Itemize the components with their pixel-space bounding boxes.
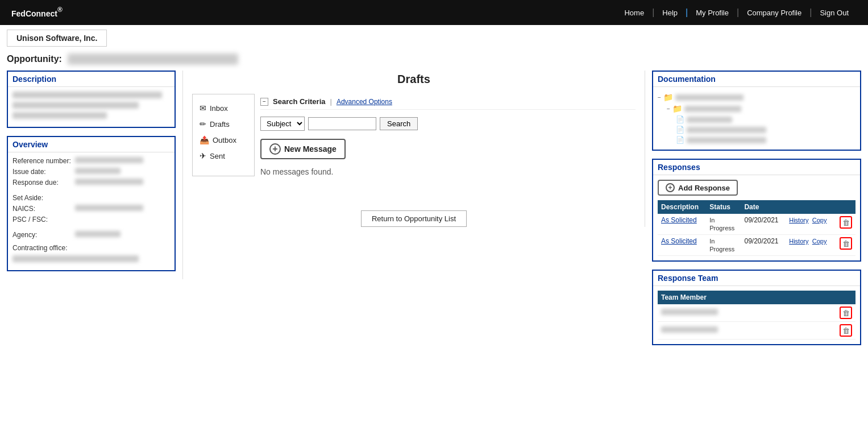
nav-help[interactable]: Help [654, 9, 686, 17]
doc-icon-1: 📄 [676, 126, 684, 134]
folder-root-icon: 📁 [663, 93, 673, 102]
spacer-1 [13, 189, 170, 194]
nav-sent[interactable]: ✈ Sent [197, 148, 250, 164]
field-reference: Reference number: [13, 157, 170, 165]
doc-icon-0: 📄 [676, 115, 684, 123]
response-copy-link-0[interactable]: Copy [812, 217, 827, 224]
opportunity-label: Opportunity: [7, 54, 62, 64]
response-actions-1: History Copy [786, 235, 836, 256]
nav-home[interactable]: Home [616, 9, 652, 17]
response-status-1: InProgress [706, 235, 741, 256]
new-message-button[interactable]: + New Message [260, 139, 346, 159]
documentation-section: Documentation − 📁 − 📁 [652, 71, 861, 151]
collapse-icon[interactable]: − [260, 98, 268, 106]
folder-sub-icon: 📁 [672, 104, 682, 113]
response-history-link-0[interactable]: History [789, 217, 808, 224]
doc-icon-2: 📄 [676, 136, 684, 144]
label-agency: Agency: [13, 231, 75, 239]
response-row-0: As Solicited InProgress 09/20/2021 Histo… [658, 214, 855, 235]
doc-file-2-name [687, 137, 766, 143]
company-name: Unison Software, Inc. [16, 34, 97, 43]
drafts-icon: ✏ [200, 119, 206, 129]
message-sidebar: ✉ Inbox ✏ Drafts 📤 Outbox ✈ Sent [192, 94, 255, 176]
overview-section: Overview Reference number: Issue date: R… [7, 136, 176, 271]
response-row-1: As Solicited InProgress 09/20/2021 Histo… [658, 235, 855, 256]
field-psc: PSC / FSC: [13, 216, 170, 224]
desc-blurred-3 [13, 112, 107, 119]
val-response-due [75, 179, 170, 187]
nav-inbox[interactable]: ✉ Inbox [197, 100, 250, 116]
return-btn-row: Return to Opportunity List [192, 210, 636, 227]
add-response-plus-icon: + [666, 183, 675, 192]
drafts-title: Drafts [192, 71, 636, 86]
response-delete-cell-1: 🗑 [836, 235, 855, 256]
col-description: Description [658, 200, 706, 214]
response-team-title: Response Team [653, 271, 860, 286]
response-link-0[interactable]: As Solicited [661, 216, 697, 224]
team-delete-button-0[interactable]: 🗑 [840, 307, 852, 319]
search-criteria-label: Search Criteria [273, 97, 326, 106]
new-message-label: New Message [284, 144, 337, 154]
responses-header-row: Description Status Date [658, 200, 855, 214]
contracting-blurred [13, 255, 170, 262]
doc-tree-item-4: 📄 [658, 135, 855, 145]
responses-title: Responses [653, 160, 860, 175]
search-button[interactable]: Search [380, 117, 418, 130]
response-delete-button-1[interactable]: 🗑 [840, 237, 852, 250]
response-history-link-1[interactable]: History [789, 238, 808, 245]
doc-tree-item-2: 📄 [658, 114, 855, 125]
field-issue-date: Issue date: [13, 168, 170, 176]
left-panel: Description Overview Reference number: I… [7, 71, 183, 279]
nav-company-profile[interactable]: Company Profile [739, 9, 809, 17]
team-header-row: Team Member [658, 291, 855, 304]
response-link-1[interactable]: As Solicited [661, 237, 697, 245]
col-delete [836, 200, 855, 214]
nav-links: Home | Help | My Profile | Company Profi… [616, 7, 857, 18]
nav-drafts[interactable]: ✏ Drafts [197, 116, 250, 132]
search-input[interactable] [308, 117, 376, 130]
response-desc-1: As Solicited [658, 235, 706, 256]
search-row: Subject From Date Search [260, 117, 636, 131]
response-status-text-0: InProgress [709, 217, 734, 231]
desc-blurred-2 [13, 102, 139, 109]
description-title: Description [8, 72, 175, 87]
team-row-1: 🗑 [658, 322, 855, 340]
toggle-sub[interactable]: − [667, 106, 670, 112]
label-response-due: Response due: [13, 179, 75, 187]
doc-tree-item-1: − 📁 [658, 103, 855, 114]
search-select[interactable]: Subject From Date [260, 117, 305, 131]
val-reference [75, 157, 170, 165]
nav-sign-out[interactable]: Sign Out [812, 9, 857, 17]
col-status: Status [706, 200, 741, 214]
label-reference: Reference number: [13, 157, 75, 165]
response-copy-link-1[interactable]: Copy [812, 238, 827, 245]
team-member-name-0 [658, 304, 836, 322]
team-table: Team Member 🗑 [658, 291, 855, 340]
val-issue-date [75, 168, 170, 176]
app-logo: FedConnect® [11, 5, 63, 20]
nav-outbox[interactable]: 📤 Outbox [197, 132, 250, 148]
documentation-content: − 📁 − 📁 📄 [653, 87, 860, 150]
nav-my-profile[interactable]: My Profile [688, 9, 737, 17]
toggle-root[interactable]: − [658, 94, 661, 101]
response-team-section: Response Team Team Member [652, 270, 861, 345]
field-naics: NAICS: [13, 205, 170, 213]
response-delete-button-0[interactable]: 🗑 [840, 216, 852, 229]
add-response-label: Add Response [678, 184, 730, 192]
response-status-text-1: InProgress [709, 238, 734, 253]
team-delete-button-1[interactable]: 🗑 [840, 324, 852, 337]
add-response-button[interactable]: + Add Response [658, 180, 738, 196]
response-team-content: Team Member 🗑 [653, 286, 860, 344]
return-to-list-button[interactable]: Return to Opportunity List [361, 210, 467, 227]
response-delete-cell-0: 🗑 [836, 214, 855, 235]
new-message-plus-icon: + [269, 143, 281, 155]
sent-icon: ✈ [200, 151, 206, 160]
no-messages-text: No messages found. [260, 167, 636, 176]
inbox-label: Inbox [210, 104, 228, 113]
sent-label: Sent [210, 152, 225, 160]
advanced-options-link[interactable]: Advanced Options [337, 98, 392, 106]
doc-folder-0-name [675, 94, 744, 101]
val-naics [75, 205, 170, 213]
col-date: Date [741, 200, 786, 214]
overview-title: Overview [8, 137, 175, 152]
